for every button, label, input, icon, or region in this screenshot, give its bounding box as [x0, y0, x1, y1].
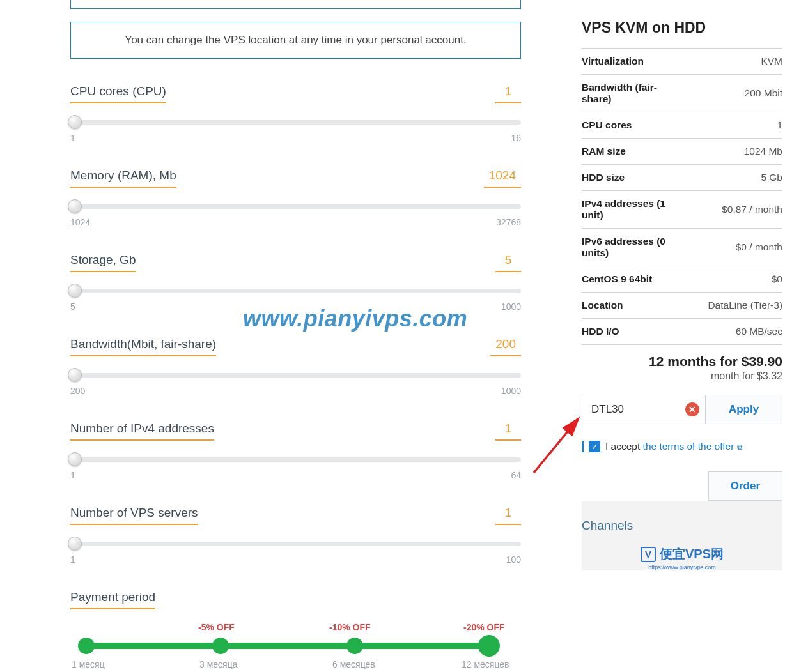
period-lbl-2: 3 месяца — [199, 659, 237, 669]
promo-box: ✕ Apply — [582, 395, 782, 424]
summary-row: HDD size5 Gb — [582, 165, 782, 191]
summary-key: IPv4 addresses (1 unit) — [582, 198, 678, 221]
bandwidth-slider-block: Bandwidth(Mbit, fair-share) 200 200 1000 — [70, 337, 521, 396]
summary-value: $0 — [772, 273, 782, 285]
summary-row: LocationDataLine (Tier-3) — [582, 293, 782, 319]
ipv4-slider-block: Number of IPv4 addresses 1 1 64 — [70, 422, 521, 480]
payment-label: Payment period — [70, 590, 155, 609]
channels-title: Channels — [582, 519, 782, 533]
channel-logo[interactable]: V 便宜VPS网 — [582, 546, 782, 563]
servers-label: Number of VPS servers — [70, 506, 198, 525]
accept-terms-row: ✓ I accept the terms of the offer ⧉ — [582, 441, 782, 452]
summary-key: Virtualization — [582, 56, 644, 67]
terms-link[interactable]: the terms of the offer — [643, 441, 734, 452]
summary-key: RAM size — [582, 146, 626, 157]
ipv4-value[interactable]: 1 — [495, 422, 521, 441]
accept-text: I accept — [605, 441, 643, 452]
bandwidth-value[interactable]: 200 — [490, 337, 521, 356]
summary-row: Bandwidth (fair-share)200 Mbit — [582, 75, 782, 112]
summary-key: Location — [582, 300, 623, 311]
cpu-min: 1 — [70, 133, 75, 143]
promo-apply-button[interactable]: Apply — [705, 395, 782, 424]
logo-subtext: https://www.pianyivps.com — [582, 564, 782, 570]
ram-value[interactable]: 1024 — [484, 169, 521, 188]
ipv4-max: 64 — [511, 470, 521, 480]
payment-track[interactable]: -5% OFF -10% OFF -20% OFF 1 месяц 3 меся… — [70, 622, 521, 661]
summary-value: 5 Gb — [761, 172, 782, 183]
external-link-icon: ⧉ — [737, 443, 743, 452]
summary-row: IPv6 addresses (0 units)$0 / month — [582, 229, 782, 266]
summary-key: IPv6 addresses (0 units) — [582, 236, 678, 259]
period-off-4: -20% OFF — [463, 622, 505, 632]
summary-value: 60 MB/sec — [736, 326, 782, 337]
cpu-slider[interactable] — [70, 118, 521, 126]
bandwidth-slider[interactable] — [70, 370, 521, 379]
promo-clear-button[interactable]: ✕ — [680, 395, 705, 424]
payment-period-block: Payment period -5% OFF -10% OFF -20% OFF… — [70, 590, 521, 661]
summary-value: $0.87 / month — [722, 204, 782, 215]
period-node-2[interactable] — [212, 638, 229, 654]
storage-value[interactable]: 5 — [495, 253, 521, 272]
bandwidth-thumb[interactable] — [68, 368, 82, 382]
period-node-4-selected[interactable] — [478, 635, 500, 657]
cpu-max: 16 — [511, 133, 521, 143]
ipv4-min: 1 — [70, 470, 75, 480]
servers-slider-block: Number of VPS servers 1 1 100 — [70, 506, 521, 565]
ipv4-slider[interactable] — [70, 455, 521, 464]
storage-thumb[interactable] — [68, 284, 82, 298]
storage-min: 5 — [70, 302, 75, 312]
servers-min: 1 — [70, 554, 75, 565]
ram-max: 32768 — [496, 217, 521, 227]
summary-key: CPU cores — [582, 119, 632, 131]
storage-slider[interactable] — [70, 286, 521, 295]
info-box-top — [70, 0, 521, 9]
summary-value: 1 — [777, 119, 782, 131]
summary-value: 1024 Mb — [744, 146, 782, 157]
storage-slider-block: Storage, Gb 5 5 1000 — [70, 253, 521, 312]
summary-total: 12 months for $39.90 — [582, 345, 782, 370]
close-icon: ✕ — [685, 402, 699, 416]
ram-slider-block: Memory (RAM), Mb 1024 1024 32768 — [70, 169, 521, 227]
summary-key: Bandwidth (fair-share) — [582, 82, 678, 105]
servers-value[interactable]: 1 — [495, 506, 521, 525]
summary-key: HDD size — [582, 172, 625, 183]
summary-value: KVM — [761, 56, 782, 67]
ipv4-label: Number of IPv4 addresses — [70, 422, 214, 441]
logo-text: 便宜VPS网 — [660, 546, 724, 563]
ram-min: 1024 — [70, 217, 90, 227]
cpu-thumb[interactable] — [68, 115, 82, 129]
period-node-3[interactable] — [346, 638, 363, 654]
servers-slider[interactable] — [70, 539, 521, 548]
ram-thumb[interactable] — [68, 199, 82, 213]
summary-row: VirtualizationKVM — [582, 49, 782, 75]
summary-row: CPU cores1 — [582, 112, 782, 139]
servers-thumb[interactable] — [68, 537, 82, 551]
cpu-slider-block: CPU cores (CPU) 1 1 16 — [70, 84, 521, 143]
ram-slider[interactable] — [70, 202, 521, 211]
summary-value: 200 Mbit — [745, 88, 782, 99]
summary-key: HDD I/O — [582, 326, 619, 337]
period-node-1[interactable] — [78, 638, 95, 654]
period-lbl-3: 6 месяцев — [332, 659, 375, 669]
accept-checkbox[interactable]: ✓ — [589, 441, 600, 452]
summary-value: DataLine (Tier-3) — [708, 300, 782, 311]
servers-max: 100 — [506, 554, 521, 565]
period-lbl-1: 1 месяц — [72, 659, 105, 669]
order-button[interactable]: Order — [708, 471, 782, 501]
ipv4-thumb[interactable] — [68, 452, 82, 466]
period-lbl-4: 12 месяцев — [462, 659, 509, 669]
summary-row: HDD I/O60 MB/sec — [582, 319, 782, 345]
summary-value: $0 / month — [736, 241, 782, 253]
bandwidth-max: 1000 — [501, 386, 521, 396]
summary-row: CentOS 9 64bit$0 — [582, 266, 782, 293]
storage-label: Storage, Gb — [70, 253, 136, 272]
cpu-label: CPU cores (CPU) — [70, 84, 166, 103]
promo-input[interactable] — [582, 395, 680, 424]
bandwidth-min: 200 — [70, 386, 85, 396]
location-info-box: You can change the VPS location at any t… — [70, 22, 521, 59]
summary-row: IPv4 addresses (1 unit)$0.87 / month — [582, 191, 782, 229]
summary-title: VPS KVM on HDD — [582, 19, 782, 36]
summary-subtotal: month for $3.32 — [582, 370, 782, 391]
cpu-value[interactable]: 1 — [495, 84, 521, 103]
period-off-2: -5% OFF — [198, 622, 235, 632]
